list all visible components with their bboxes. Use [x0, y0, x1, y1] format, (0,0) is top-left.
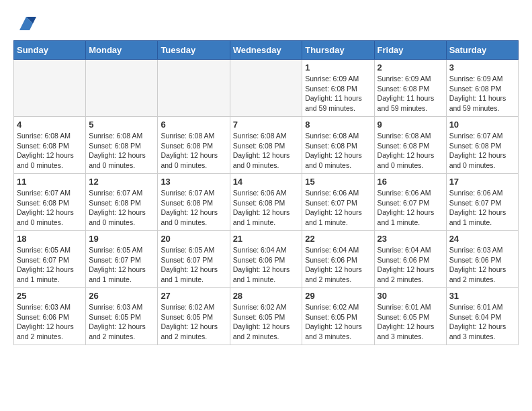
day-info: Sunrise: 6:09 AM Sunset: 6:08 PM Dayligh…: [305, 74, 371, 113]
calendar-cell: 5Sunrise: 6:08 AM Sunset: 6:08 PM Daylig…: [86, 117, 158, 174]
calendar-cell: 16Sunrise: 6:06 AM Sunset: 6:07 PM Dayli…: [374, 174, 446, 231]
calendar-header-row: SundayMondayTuesdayWednesdayThursdayFrid…: [14, 41, 519, 60]
calendar-cell: 11Sunrise: 6:07 AM Sunset: 6:08 PM Dayli…: [14, 174, 86, 231]
day-number: 13: [161, 177, 226, 187]
day-info: Sunrise: 6:04 AM Sunset: 6:06 PM Dayligh…: [378, 245, 443, 285]
calendar-cell: 8Sunrise: 6:08 AM Sunset: 6:08 PM Daylig…: [302, 117, 374, 174]
day-number: 18: [17, 234, 83, 244]
calendar-cell: 28Sunrise: 6:02 AM Sunset: 6:05 PM Dayli…: [230, 288, 302, 345]
calendar-cell: 18Sunrise: 6:05 AM Sunset: 6:07 PM Dayli…: [14, 231, 86, 288]
calendar-cell: 22Sunrise: 6:04 AM Sunset: 6:06 PM Dayli…: [302, 231, 374, 288]
calendar-table: SundayMondayTuesdayWednesdayThursdayFrid…: [13, 40, 519, 345]
day-info: Sunrise: 6:09 AM Sunset: 6:08 PM Dayligh…: [449, 74, 515, 113]
day-number: 10: [449, 120, 515, 130]
day-number: 7: [233, 120, 300, 130]
day-info: Sunrise: 6:08 AM Sunset: 6:08 PM Dayligh…: [89, 131, 154, 171]
weekday-header-sunday: Sunday: [14, 41, 86, 60]
day-number: 19: [89, 234, 154, 244]
day-number: 22: [305, 234, 371, 244]
day-number: 2: [378, 62, 443, 73]
logo-icon: [16, 13, 36, 34]
calendar-cell: 3Sunrise: 6:09 AM Sunset: 6:08 PM Daylig…: [446, 60, 518, 117]
week-row-2: 4Sunrise: 6:08 AM Sunset: 6:08 PM Daylig…: [14, 117, 519, 174]
calendar-cell: 2Sunrise: 6:09 AM Sunset: 6:08 PM Daylig…: [374, 60, 446, 117]
day-info: Sunrise: 6:06 AM Sunset: 6:07 PM Dayligh…: [305, 188, 371, 228]
day-number: 8: [305, 120, 371, 130]
calendar-cell: 15Sunrise: 6:06 AM Sunset: 6:07 PM Dayli…: [302, 174, 374, 231]
day-number: 1: [305, 62, 371, 73]
calendar-cell: 13Sunrise: 6:07 AM Sunset: 6:08 PM Dayli…: [158, 174, 230, 231]
weekday-header-thursday: Thursday: [302, 41, 374, 60]
day-info: Sunrise: 6:05 AM Sunset: 6:07 PM Dayligh…: [17, 245, 83, 285]
day-info: Sunrise: 6:02 AM Sunset: 6:05 PM Dayligh…: [161, 302, 226, 342]
day-number: 23: [378, 234, 443, 244]
week-row-3: 11Sunrise: 6:07 AM Sunset: 6:08 PM Dayli…: [14, 174, 519, 231]
day-number: 25: [17, 291, 83, 301]
day-info: Sunrise: 6:03 AM Sunset: 6:06 PM Dayligh…: [17, 302, 83, 342]
day-number: 27: [161, 291, 226, 301]
day-number: 11: [17, 177, 83, 187]
calendar-cell: 1Sunrise: 6:09 AM Sunset: 6:08 PM Daylig…: [302, 60, 374, 117]
day-info: Sunrise: 6:07 AM Sunset: 6:08 PM Dayligh…: [17, 188, 83, 228]
page-header: [13, 13, 519, 34]
calendar-cell: 30Sunrise: 6:01 AM Sunset: 6:05 PM Dayli…: [374, 288, 446, 345]
day-number: 5: [89, 120, 154, 130]
day-number: 9: [378, 120, 443, 130]
day-info: Sunrise: 6:05 AM Sunset: 6:07 PM Dayligh…: [161, 245, 226, 285]
day-info: Sunrise: 6:04 AM Sunset: 6:06 PM Dayligh…: [233, 245, 300, 285]
calendar-cell: 14Sunrise: 6:06 AM Sunset: 6:08 PM Dayli…: [230, 174, 302, 231]
day-info: Sunrise: 6:06 AM Sunset: 6:07 PM Dayligh…: [449, 188, 515, 228]
calendar-cell: 31Sunrise: 6:01 AM Sunset: 6:04 PM Dayli…: [446, 288, 518, 345]
calendar-cell: [86, 60, 158, 117]
day-info: Sunrise: 6:02 AM Sunset: 6:05 PM Dayligh…: [305, 302, 371, 342]
day-info: Sunrise: 6:05 AM Sunset: 6:07 PM Dayligh…: [89, 245, 154, 285]
day-number: 4: [17, 120, 83, 130]
calendar-cell: 23Sunrise: 6:04 AM Sunset: 6:06 PM Dayli…: [374, 231, 446, 288]
day-number: 15: [305, 177, 371, 187]
day-info: Sunrise: 6:02 AM Sunset: 6:05 PM Dayligh…: [233, 302, 300, 342]
weekday-header-wednesday: Wednesday: [230, 41, 302, 60]
day-info: Sunrise: 6:08 AM Sunset: 6:08 PM Dayligh…: [233, 131, 300, 171]
calendar-cell: 25Sunrise: 6:03 AM Sunset: 6:06 PM Dayli…: [14, 288, 86, 345]
day-number: 14: [233, 177, 300, 187]
day-number: 26: [89, 291, 154, 301]
week-row-1: 1Sunrise: 6:09 AM Sunset: 6:08 PM Daylig…: [14, 60, 519, 117]
day-info: Sunrise: 6:03 AM Sunset: 6:06 PM Dayligh…: [449, 245, 515, 285]
calendar-cell: 20Sunrise: 6:05 AM Sunset: 6:07 PM Dayli…: [158, 231, 230, 288]
calendar-cell: 6Sunrise: 6:08 AM Sunset: 6:08 PM Daylig…: [158, 117, 230, 174]
day-info: Sunrise: 6:07 AM Sunset: 6:08 PM Dayligh…: [449, 131, 515, 171]
day-number: 29: [305, 291, 371, 301]
calendar-cell: [14, 60, 86, 117]
day-info: Sunrise: 6:04 AM Sunset: 6:06 PM Dayligh…: [305, 245, 371, 285]
logo: [13, 13, 36, 34]
calendar-cell: 26Sunrise: 6:03 AM Sunset: 6:05 PM Dayli…: [86, 288, 158, 345]
calendar-cell: 12Sunrise: 6:07 AM Sunset: 6:08 PM Dayli…: [86, 174, 158, 231]
day-info: Sunrise: 6:07 AM Sunset: 6:08 PM Dayligh…: [89, 188, 154, 228]
week-row-4: 18Sunrise: 6:05 AM Sunset: 6:07 PM Dayli…: [14, 231, 519, 288]
calendar-cell: 21Sunrise: 6:04 AM Sunset: 6:06 PM Dayli…: [230, 231, 302, 288]
calendar-cell: 4Sunrise: 6:08 AM Sunset: 6:08 PM Daylig…: [14, 117, 86, 174]
day-number: 24: [449, 234, 515, 244]
weekday-header-monday: Monday: [86, 41, 158, 60]
day-number: 28: [233, 291, 300, 301]
day-info: Sunrise: 6:01 AM Sunset: 6:04 PM Dayligh…: [449, 302, 515, 342]
day-number: 3: [449, 62, 515, 73]
day-number: 30: [378, 291, 443, 301]
calendar-cell: 24Sunrise: 6:03 AM Sunset: 6:06 PM Dayli…: [446, 231, 518, 288]
calendar-cell: 7Sunrise: 6:08 AM Sunset: 6:08 PM Daylig…: [230, 117, 302, 174]
calendar-cell: 10Sunrise: 6:07 AM Sunset: 6:08 PM Dayli…: [446, 117, 518, 174]
calendar-cell: 27Sunrise: 6:02 AM Sunset: 6:05 PM Dayli…: [158, 288, 230, 345]
weekday-header-saturday: Saturday: [446, 41, 518, 60]
weekday-header-tuesday: Tuesday: [158, 41, 230, 60]
calendar-cell: [158, 60, 230, 117]
calendar-cell: 9Sunrise: 6:08 AM Sunset: 6:08 PM Daylig…: [374, 117, 446, 174]
day-number: 12: [89, 177, 154, 187]
day-number: 17: [449, 177, 515, 187]
day-number: 20: [161, 234, 226, 244]
calendar-cell: 29Sunrise: 6:02 AM Sunset: 6:05 PM Dayli…: [302, 288, 374, 345]
day-number: 6: [161, 120, 226, 130]
calendar-cell: 17Sunrise: 6:06 AM Sunset: 6:07 PM Dayli…: [446, 174, 518, 231]
day-info: Sunrise: 6:08 AM Sunset: 6:08 PM Dayligh…: [378, 131, 443, 171]
day-info: Sunrise: 6:09 AM Sunset: 6:08 PM Dayligh…: [378, 74, 443, 113]
calendar-cell: [230, 60, 302, 117]
